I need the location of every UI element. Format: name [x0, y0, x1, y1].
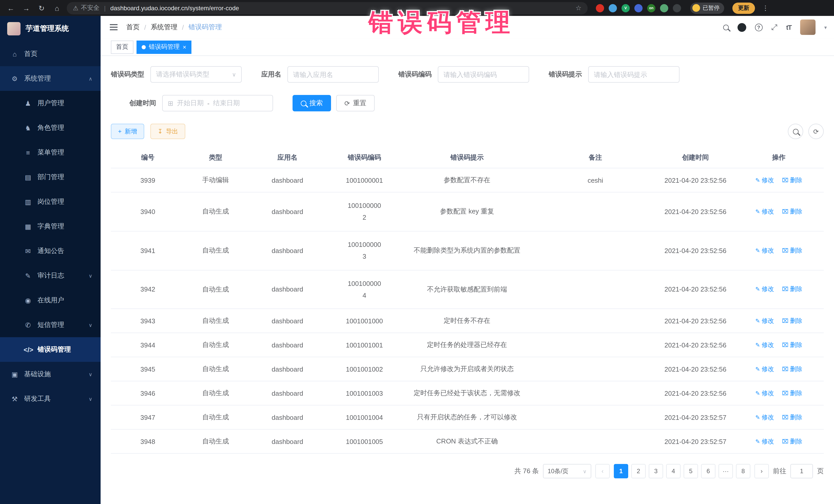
sidebar-item-online-users[interactable]: ◉ 在线用户 [0, 288, 101, 312]
avatar-caret-icon[interactable]: ▾ [824, 24, 827, 30]
error-type-select[interactable]: 请选择错误码类型 ∨ [150, 66, 242, 83]
delete-link[interactable]: ⌧删除 [782, 413, 802, 422]
col-msg: 错误码提示 [400, 147, 534, 168]
delete-link[interactable]: ⌧删除 [782, 246, 802, 255]
error-type-label: 错误码类型 [111, 70, 144, 79]
toggle-search-button[interactable] [788, 124, 803, 139]
help-icon[interactable]: ? [755, 23, 762, 31]
prev-page-button[interactable]: ‹ [595, 464, 610, 479]
edit-link[interactable]: ✎修改 [755, 317, 774, 325]
edit-link[interactable]: ✎修改 [755, 413, 774, 422]
cell-code: 1001000003 [328, 231, 400, 270]
sidebar-group-audit-log[interactable]: ✎ 审计日志 ∨ [0, 263, 101, 288]
breadcrumb-home[interactable]: 首页 [126, 23, 139, 32]
bookmark-star-icon[interactable]: ☆ [576, 4, 581, 12]
sidebar-item-dept-mgmt[interactable]: ▤ 部门管理 [0, 165, 101, 190]
browser-menu-icon[interactable]: ⋮ [762, 4, 769, 12]
close-icon[interactable]: × [183, 43, 186, 50]
page-number-button[interactable]: 6 [701, 464, 716, 479]
page-number-button[interactable]: 1 [614, 464, 628, 479]
delete-icon: ⌧ [782, 247, 788, 254]
next-page-button[interactable]: › [754, 464, 769, 479]
sidebar-item-dict-mgmt[interactable]: ▦ 字典管理 [0, 214, 101, 239]
edit-link[interactable]: ✎修改 [755, 389, 774, 398]
forward-icon[interactable]: → [21, 4, 32, 12]
profile-chip[interactable]: 已暂停 [690, 2, 724, 14]
sidebar-toggle-button[interactable] [101, 27, 126, 28]
breadcrumb-system[interactable]: 系统管理 [151, 23, 177, 32]
error-code-input[interactable] [438, 66, 529, 83]
adblock-extension-icon[interactable] [596, 4, 604, 12]
security-indicator[interactable]: ⚠ 不安全 [73, 4, 100, 12]
sidebar-group-infrastructure[interactable]: ▣ 基础设施 ∨ [0, 362, 101, 387]
sidebar-group-system[interactable]: ⚙ 系统管理 ∧ [0, 66, 101, 91]
table-row: 3947 自动生成 dashboard 1001001004 只有开启状态的任务… [111, 406, 824, 430]
puzzle-extension-icon[interactable] [673, 4, 681, 12]
sidebar-item-error-code-mgmt[interactable]: </> 错误码管理 [0, 337, 101, 362]
leaf-extension-icon[interactable] [660, 4, 668, 12]
cell-ops: ✎修改 ⌧删除 [734, 430, 824, 454]
cell-type: 自动生成 [185, 231, 246, 270]
add-button[interactable]: + 新增 [111, 124, 144, 139]
page-size-select[interactable]: 10条/页 ∨ [543, 464, 591, 479]
sidebar-item-home[interactable]: ⌂ 首页 [0, 42, 101, 66]
delete-link[interactable]: ⌧删除 [782, 365, 802, 374]
sidebar-item-user-mgmt[interactable]: ♟ 用户管理 [0, 91, 101, 115]
tab-home[interactable]: 首页 [111, 40, 133, 53]
github-icon[interactable] [737, 23, 746, 31]
back-icon[interactable]: ← [5, 4, 17, 12]
sidebar-item-notice[interactable]: ✉ 通知公告 [0, 239, 101, 263]
page-number-button[interactable]: 3 [649, 464, 663, 479]
page-number-button[interactable]: ··· [719, 464, 733, 479]
cell-code: 1001001003 [328, 381, 400, 406]
page-number-button[interactable]: 5 [684, 464, 698, 479]
browser-home-icon[interactable]: ⌂ [51, 4, 63, 12]
page-number-button[interactable]: 2 [631, 464, 646, 479]
delete-link[interactable]: ⌧删除 [782, 437, 802, 446]
edit-link[interactable]: ✎修改 [755, 285, 774, 294]
edit-link[interactable]: ✎修改 [755, 437, 774, 446]
user-avatar[interactable] [800, 20, 815, 35]
export-button[interactable]: ↧ 导出 [150, 124, 185, 139]
reload-icon[interactable]: ↻ [36, 4, 47, 12]
fullscreen-icon[interactable]: ⤢ [771, 23, 777, 32]
edit-link[interactable]: ✎修改 [755, 246, 774, 255]
search-icon[interactable] [723, 24, 728, 30]
delete-link[interactable]: ⌧删除 [782, 176, 802, 184]
cell-code: 1001001005 [328, 430, 400, 454]
proxy-on-extension-icon[interactable]: on [647, 4, 655, 12]
sidebar-group-sms-mgmt[interactable]: ✆ 短信管理 ∨ [0, 312, 101, 337]
edit-link[interactable]: ✎修改 [755, 365, 774, 374]
reset-button[interactable]: ⟳ 重置 [336, 95, 375, 111]
sidebar-group-dev-tools[interactable]: ⚒ 研发工具 ∨ [0, 387, 101, 411]
sidebar-item-menu-mgmt[interactable]: ≡ 菜单管理 [0, 140, 101, 165]
color-picker-extension-icon[interactable] [609, 4, 617, 12]
header-actions: ? ⤢ tT ▾ [723, 20, 827, 35]
edit-link[interactable]: ✎修改 [755, 176, 774, 184]
delete-link[interactable]: ⌧删除 [782, 389, 802, 398]
browser-update-button[interactable]: 更新 [732, 2, 755, 14]
date-range-picker[interactable]: ⊞ 开始日期 - 结束日期 [162, 95, 273, 111]
refresh-table-button[interactable]: ⟳ [808, 124, 824, 139]
app-name-input[interactable] [287, 66, 379, 83]
apps-grid-extension-icon[interactable] [634, 4, 642, 12]
page-number-button[interactable]: 4 [666, 464, 681, 479]
search-button[interactable]: 搜索 [292, 95, 331, 111]
cell-time: 2021-04-20 23:52:56 [657, 270, 734, 309]
sidebar-item-role-mgmt[interactable]: ♞ 角色管理 [0, 115, 101, 140]
tab-error-code-mgmt[interactable]: 错误码管理 × [136, 40, 192, 53]
table-row: 3946 自动生成 dashboard 1001001003 定时任务已经处于该… [111, 381, 824, 406]
edit-link[interactable]: ✎修改 [755, 341, 774, 350]
delete-link[interactable]: ⌧删除 [782, 341, 802, 350]
goto-page-input[interactable] [790, 464, 813, 479]
delete-link[interactable]: ⌧删除 [782, 285, 802, 294]
v-green-extension-icon[interactable]: V [621, 4, 630, 12]
delete-link[interactable]: ⌧删除 [782, 207, 802, 216]
page-number-button[interactable]: 8 [736, 464, 750, 479]
edit-link[interactable]: ✎修改 [755, 207, 774, 216]
delete-link[interactable]: ⌧删除 [782, 317, 802, 325]
filter-error-msg: 错误码提示 [549, 66, 680, 83]
font-size-icon[interactable]: tT [786, 23, 791, 31]
sidebar-item-post-mgmt[interactable]: ▥ 岗位管理 [0, 190, 101, 214]
error-msg-input[interactable] [588, 66, 680, 83]
